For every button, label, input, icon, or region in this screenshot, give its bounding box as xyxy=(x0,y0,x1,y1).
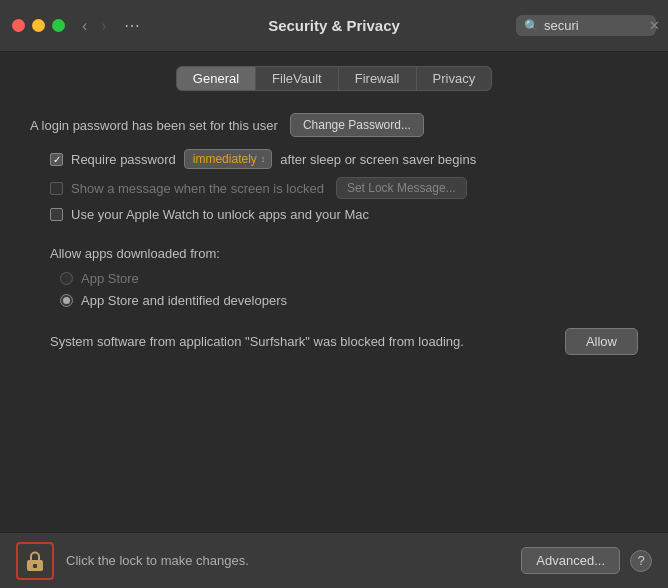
require-password-checkbox[interactable] xyxy=(50,153,63,166)
close-button[interactable] xyxy=(12,19,25,32)
blocked-text: System software from application "Surfsh… xyxy=(50,332,464,352)
allow-apps-title: Allow apps downloaded from: xyxy=(30,246,638,261)
apple-watch-row: Use your Apple Watch to unlock apps and … xyxy=(30,207,638,222)
search-box: 🔍 ✕ xyxy=(516,15,656,36)
tabs-bar: General FileVault Firewall Privacy xyxy=(0,52,668,101)
minimize-button[interactable] xyxy=(32,19,45,32)
search-clear-icon[interactable]: ✕ xyxy=(649,19,660,32)
show-message-label: Show a message when the screen is locked xyxy=(71,181,324,196)
radio-app-store-identified-label: App Store and identified developers xyxy=(81,293,287,308)
nav-buttons: ‹ › xyxy=(77,16,112,36)
tab-privacy[interactable]: Privacy xyxy=(417,66,493,91)
lock-button[interactable] xyxy=(16,542,54,580)
help-button[interactable]: ? xyxy=(630,550,652,572)
login-password-row: A login password has been set for this u… xyxy=(30,113,638,137)
lock-icon xyxy=(24,549,46,573)
search-icon: 🔍 xyxy=(524,19,539,33)
grid-icon: ⋯ xyxy=(124,16,140,35)
titlebar: ‹ › ⋯ Security & Privacy 🔍 ✕ xyxy=(0,0,668,52)
show-message-checkbox[interactable] xyxy=(50,182,63,195)
bottom-bar: Click the lock to make changes. Advanced… xyxy=(0,532,668,588)
forward-button[interactable]: › xyxy=(96,16,111,36)
back-button[interactable]: ‹ xyxy=(77,16,92,36)
advanced-button[interactable]: Advanced... xyxy=(521,547,620,574)
allow-button[interactable]: Allow xyxy=(565,328,638,355)
require-password-suffix: after sleep or screen saver begins xyxy=(280,152,476,167)
change-password-button[interactable]: Change Password... xyxy=(290,113,424,137)
apple-watch-checkbox[interactable] xyxy=(50,208,63,221)
tab-filevault[interactable]: FileVault xyxy=(256,66,339,91)
apple-watch-label: Use your Apple Watch to unlock apps and … xyxy=(71,207,369,222)
traffic-lights xyxy=(12,19,65,32)
main-content: A login password has been set for this u… xyxy=(0,101,668,355)
set-lock-message-button[interactable]: Set Lock Message... xyxy=(336,177,467,199)
search-input[interactable] xyxy=(544,18,644,33)
svg-rect-1 xyxy=(33,564,37,568)
click-lock-label: Click the lock to make changes. xyxy=(66,553,521,568)
require-password-dropdown[interactable]: immediately ↕ xyxy=(184,149,273,169)
require-password-label: Require password xyxy=(71,152,176,167)
blocked-section: System software from application "Surfsh… xyxy=(30,328,638,355)
radio-app-store-identified[interactable] xyxy=(60,294,73,307)
dropdown-arrow-icon: ↕ xyxy=(261,154,266,164)
tab-firewall[interactable]: Firewall xyxy=(339,66,417,91)
radio-app-store[interactable] xyxy=(60,272,73,285)
window-title: Security & Privacy xyxy=(268,17,400,34)
zoom-button[interactable] xyxy=(52,19,65,32)
radio-app-store-row: App Store xyxy=(30,271,638,286)
allow-apps-section: Allow apps downloaded from: App Store Ap… xyxy=(30,246,638,308)
tab-general[interactable]: General xyxy=(176,66,256,91)
require-password-row: Require password immediately ↕ after sle… xyxy=(30,149,638,169)
show-message-row: Show a message when the screen is locked… xyxy=(30,177,638,199)
radio-app-store-label: App Store xyxy=(81,271,139,286)
radio-app-store-identified-row: App Store and identified developers xyxy=(30,293,638,308)
login-password-label: A login password has been set for this u… xyxy=(30,118,278,133)
